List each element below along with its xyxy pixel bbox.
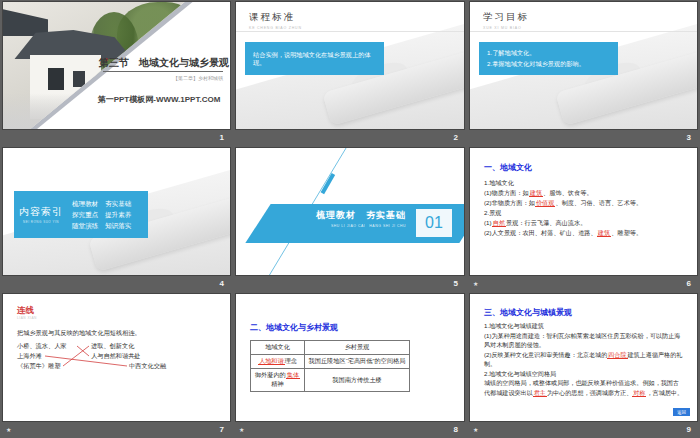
slide-thumbnail-1[interactable]: 第三节 地域文化与城乡景观 【第二章】乡村和城镇 第一PPT模板网-WWW.1P… <box>3 2 230 129</box>
objectives-text-box: 1.了解地域文化。 2.掌握地域文化对城乡景观的影响。 <box>479 42 618 75</box>
slide-thumbnail-4[interactable]: 内容索引 NEI RONG SUO YIN 梳理教材 夯实基础 探究重点 提升素… <box>3 148 230 275</box>
heading-pinyin: KE CHENG BIAO ZHUN <box>249 26 302 30</box>
slide-number: 7 <box>220 425 224 434</box>
content-line: (1)为某种用途而建造：智利瓦尔帕莱索老城区住房五彩缤纷，可以防止海风对木制房屋… <box>484 331 685 350</box>
content-heading: 二、地域文化与乡村景观 <box>250 322 338 333</box>
table-row: 御外凝内的集体精神 我国南方传统土楼 <box>251 369 410 392</box>
heading-pinyin: XUE XI MU BIAO <box>483 26 529 30</box>
transition-star-icon: ★ <box>473 280 485 287</box>
transition-star-icon: ★ <box>239 426 251 433</box>
content-line: 2.景观 <box>484 208 685 218</box>
content-line: (1)物质方面：如建筑、服饰、饮食等。 <box>484 188 685 198</box>
standard-line: 结合实例，说明地域文化在城乡景观上的体现。 <box>253 51 376 67</box>
slide-number: 2 <box>454 133 458 142</box>
slide-cell-6: 一、地域文化 1.地域文化 (1)物质方面：如建筑、服饰、饮食等。 (2)非物质… <box>467 146 700 292</box>
table-header-row: 地域文化 乡村景观 <box>251 341 410 355</box>
slide-number: 6 <box>687 279 691 288</box>
section-number-badge: 01 <box>416 209 452 237</box>
contents-item: 梳理教材 夯实基础 <box>72 198 148 209</box>
thumbnail-footer: ★ 7 <box>3 421 230 436</box>
thumbnail-footer: ★ 9 <box>470 421 697 436</box>
content-body: 1.地域文化与城镇建筑 (1)为某种用途而建造：智利瓦尔帕莱索老城区住房五彩缤纷… <box>484 321 685 397</box>
content-line: (2)人文景观：农田、村落、矿山、道路、建筑、雕塑等。 <box>484 228 685 238</box>
slide-number: 9 <box>687 425 691 434</box>
back-button: 返回 <box>673 408 690 416</box>
slide-number: 4 <box>220 279 224 288</box>
slide-number: 1 <box>220 133 224 142</box>
contents-item: 探究重点 提升素养 <box>72 209 148 220</box>
content-line: 1.地域文化 <box>484 178 685 188</box>
slide-cell-5: 梳理教材 夯实基础 SHU LI JIAO CAI HANG SHI JI CH… <box>233 146 467 292</box>
table-row: 人地和谐理念 我国丘陵地区“宅高田低”的空间格局 <box>251 355 410 369</box>
table-cell: 我国丘陵地区“宅高田低”的空间格局 <box>305 355 410 369</box>
contents-title: 内容索引 <box>14 205 68 219</box>
objective-line: 1.了解地域文化。 <box>487 49 610 57</box>
slide-cell-1: 第三节 地域文化与城乡景观 【第二章】乡村和城镇 第一PPT模板网-WWW.1P… <box>0 0 233 146</box>
content-body: 1.地域文化 (1)物质方面：如建筑、服饰、饮食等。 (2)非物质方面：如价值观… <box>484 178 685 238</box>
content-line: (2)非物质方面：如价值观、制度、习俗、语言、艺术等。 <box>484 198 685 208</box>
slide-thumbnail-6[interactable]: 一、地域文化 1.地域文化 (1)物质方面：如建筑、服饰、饮食等。 (2)非物质… <box>470 148 697 275</box>
slide-grid: 第三节 地域文化与城乡景观 【第二章】乡村和城镇 第一PPT模板网-WWW.1P… <box>0 0 700 438</box>
content-line: 城镇的空间格局，或整体或局部，也能反映某种价值追求。例如，我国古代都城建设突出以… <box>484 378 685 397</box>
slide-heading-block: 学习目标 XUE XI MU BIAO <box>483 11 529 30</box>
site-credit: 第一PPT模板网-WWW.1PPT.COM <box>91 94 227 105</box>
slide-heading: 学习目标 <box>483 11 529 24</box>
slide-number: 8 <box>454 425 458 434</box>
contents-items: 梳理教材 夯实基础 探究重点 提升素养 随堂演练 知识落实 <box>68 198 148 231</box>
slide-thumbnail-3[interactable]: 学习目标 XUE XI MU BIAO 1.了解地域文化。 2.掌握地域文化对城… <box>470 2 697 129</box>
slide-thumbnail-2[interactable]: 课程标准 KE CHENG BIAO ZHUN 结合实例，说明地域文化在城乡景观… <box>236 2 464 129</box>
contents-box: 内容索引 NEI RONG SUO YIN 梳理教材 夯实基础 探究重点 提升素… <box>14 191 148 238</box>
slide-cell-9: 三、地域文化与城镇景观 1.地域文化与城镇建筑 (1)为某种用途而建造：智利瓦尔… <box>467 292 700 438</box>
slide-cell-7: 连线 LIAN XIAN 把城乡景观与其反映的地域文化用短线相连。 小桥、流水、… <box>0 292 233 438</box>
contents-title-block: 内容索引 NEI RONG SUO YIN <box>14 205 68 224</box>
content-line: 1.地域文化与城镇建筑 <box>484 321 685 331</box>
roof-shape <box>3 8 48 36</box>
slide-cell-3: 学习目标 XUE XI MU BIAO 1.了解地域文化。 2.掌握地域文化对城… <box>467 0 700 146</box>
table-cell: 御外凝内的集体精神 <box>251 369 305 392</box>
match-connector-lines <box>3 294 230 421</box>
section-title: 梳理教材 夯实基础 <box>316 209 406 222</box>
slide-thumbnail-5[interactable]: 梳理教材 夯实基础 SHU LI JIAO CAI HANG SHI JI CH… <box>236 148 464 275</box>
thumbnail-footer: ★ 6 <box>470 275 697 290</box>
section-title-block: 梳理教材 夯实基础 SHU LI JIAO CAI HANG SHI JI CH… <box>316 209 406 229</box>
thumbnail-footer: ★ 8 <box>236 421 464 436</box>
content-line: (1)自然景观：行云飞瀑、高山流水。 <box>484 218 685 228</box>
standard-text-box: 结合实例，说明地域文化在城乡景观上的体现。 <box>245 42 384 75</box>
transition-star-icon: ★ <box>6 426 18 433</box>
table-cell: 我国南方传统土楼 <box>305 369 410 392</box>
thumbnail-footer: 1 <box>3 129 230 144</box>
content-heading: 三、地域文化与城镇景观 <box>484 307 572 318</box>
content-line: (2)反映某种文化意识和审美情趣：北京老城的四合院建筑上遵循严格的礼制。 <box>484 350 685 369</box>
thumbnail-footer: 3 <box>470 129 697 144</box>
table-cell: 人地和谐理念 <box>251 355 305 369</box>
deck-title: 第三节 地域文化与城乡景观 <box>99 56 227 70</box>
table-header: 乡村景观 <box>305 341 410 355</box>
slide-thumbnail-9[interactable]: 三、地域文化与城镇景观 1.地域文化与城镇建筑 (1)为某种用途而建造：智利瓦尔… <box>470 294 697 421</box>
heading-rule <box>236 31 464 32</box>
thumbnail-footer: 5 <box>236 275 464 290</box>
slide-cell-2: 课程标准 KE CHENG BIAO ZHUN 结合实例，说明地域文化在城乡景观… <box>233 0 467 146</box>
window-shape <box>48 68 64 90</box>
slide-thumbnail-7[interactable]: 连线 LIAN XIAN 把城乡景观与其反映的地域文化用短线相连。 小桥、流水、… <box>3 294 230 421</box>
thumbnail-footer: 2 <box>236 129 464 144</box>
slide-cell-8: 二、地域文化与乡村景观 地域文化 乡村景观 人地和谐理念 我国丘陵地区“宅高田低… <box>233 292 467 438</box>
slide-heading-block: 课程标准 KE CHENG BIAO ZHUN <box>249 11 302 30</box>
culture-landscape-table: 地域文化 乡村景观 人地和谐理念 我国丘陵地区“宅高田低”的空间格局 御外凝内的… <box>250 340 410 392</box>
slide-heading: 课程标准 <box>249 11 302 24</box>
table-header: 地域文化 <box>251 341 305 355</box>
slide-number: 5 <box>454 279 458 288</box>
thumbnail-footer: 4 <box>3 275 230 290</box>
content-line: 2.地域文化与城镇空间格局 <box>484 369 685 379</box>
section-pinyin: SHU LI JIAO CAI HANG SHI JI CHU <box>318 224 406 229</box>
contents-pinyin: NEI RONG SUO YIN <box>14 220 68 224</box>
window-shape <box>73 71 84 88</box>
slide-number: 3 <box>687 133 691 142</box>
slide-cell-4: 内容索引 NEI RONG SUO YIN 梳理教材 夯实基础 探究重点 提升素… <box>0 146 233 292</box>
slide-sorter-view: 第三节 地域文化与城乡景观 【第二章】乡村和城镇 第一PPT模板网-WWW.1P… <box>0 0 700 438</box>
content-heading: 一、地域文化 <box>484 162 532 173</box>
title-rule <box>103 71 223 72</box>
objective-line: 2.掌握地域文化对城乡景观的影响。 <box>487 60 610 68</box>
slide-thumbnail-8[interactable]: 二、地域文化与乡村景观 地域文化 乡村景观 人地和谐理念 我国丘陵地区“宅高田低… <box>236 294 464 421</box>
transition-star-icon: ★ <box>473 426 485 433</box>
heading-rule <box>470 31 697 32</box>
